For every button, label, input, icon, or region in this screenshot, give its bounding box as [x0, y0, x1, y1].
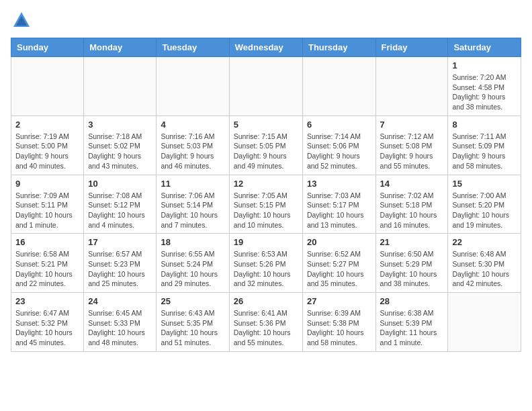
day-info: Sunrise: 7:11 AM Sunset: 5:09 PM Dayligh… [452, 132, 517, 171]
day-info: Sunrise: 7:12 AM Sunset: 5:08 PM Dayligh… [380, 132, 444, 171]
day-cell: 27Sunrise: 6:39 AM Sunset: 5:38 PM Dayli… [302, 293, 375, 352]
day-cell: 28Sunrise: 6:38 AM Sunset: 5:39 PM Dayli… [375, 293, 448, 352]
day-cell: 2Sunrise: 7:19 AM Sunset: 5:00 PM Daylig… [11, 116, 84, 175]
day-number: 28 [380, 296, 444, 306]
day-cell: 4Sunrise: 7:16 AM Sunset: 5:03 PM Daylig… [157, 116, 229, 175]
day-info: Sunrise: 6:45 AM Sunset: 5:33 PM Dayligh… [88, 308, 152, 348]
day-cell: 13Sunrise: 7:03 AM Sunset: 5:17 PM Dayli… [302, 175, 375, 234]
day-cell: 24Sunrise: 6:45 AM Sunset: 5:33 PM Dayli… [84, 293, 157, 352]
day-cell: 1Sunrise: 7:20 AM Sunset: 4:58 PM Daylig… [448, 57, 521, 116]
day-number: 16 [15, 237, 79, 247]
logo-icon [12, 11, 31, 30]
day-info: Sunrise: 6:38 AM Sunset: 5:39 PM Dayligh… [380, 308, 444, 348]
day-info: Sunrise: 7:19 AM Sunset: 5:00 PM Dayligh… [15, 132, 79, 171]
day-cell: 9Sunrise: 7:09 AM Sunset: 5:11 PM Daylig… [11, 175, 84, 234]
day-number: 24 [88, 296, 152, 306]
day-cell [11, 57, 84, 116]
day-number: 15 [452, 179, 517, 189]
day-cell: 14Sunrise: 7:02 AM Sunset: 5:18 PM Dayli… [375, 175, 448, 234]
day-cell: 8Sunrise: 7:11 AM Sunset: 5:09 PM Daylig… [448, 116, 521, 175]
day-info: Sunrise: 6:50 AM Sunset: 5:29 PM Dayligh… [380, 249, 444, 289]
day-number: 26 [234, 296, 298, 306]
week-row-5: 23Sunrise: 6:47 AM Sunset: 5:32 PM Dayli… [11, 293, 521, 352]
day-info: Sunrise: 7:15 AM Sunset: 5:05 PM Dayligh… [234, 132, 298, 171]
day-cell: 15Sunrise: 7:00 AM Sunset: 5:20 PM Dayli… [448, 175, 521, 234]
day-number: 23 [15, 296, 79, 306]
day-info: Sunrise: 6:39 AM Sunset: 5:38 PM Dayligh… [307, 308, 371, 348]
day-cell [229, 57, 302, 116]
day-info: Sunrise: 6:52 AM Sunset: 5:27 PM Dayligh… [307, 249, 371, 289]
day-number: 1 [452, 60, 517, 71]
day-info: Sunrise: 7:08 AM Sunset: 5:12 PM Dayligh… [88, 191, 152, 230]
week-row-2: 2Sunrise: 7:19 AM Sunset: 5:00 PM Daylig… [11, 116, 521, 175]
day-info: Sunrise: 7:00 AM Sunset: 5:20 PM Dayligh… [452, 191, 517, 230]
weekday-saturday: Saturday [448, 38, 521, 57]
day-cell: 19Sunrise: 6:53 AM Sunset: 5:26 PM Dayli… [229, 234, 302, 293]
day-number: 7 [380, 120, 444, 130]
day-info: Sunrise: 7:14 AM Sunset: 5:06 PM Dayligh… [307, 132, 371, 171]
day-cell: 12Sunrise: 7:05 AM Sunset: 5:15 PM Dayli… [229, 175, 302, 234]
day-number: 14 [380, 179, 444, 189]
day-cell: 22Sunrise: 6:48 AM Sunset: 5:30 PM Dayli… [448, 234, 521, 293]
day-cell: 18Sunrise: 6:55 AM Sunset: 5:24 PM Dayli… [157, 234, 229, 293]
day-info: Sunrise: 6:53 AM Sunset: 5:26 PM Dayligh… [234, 249, 298, 289]
day-cell: 5Sunrise: 7:15 AM Sunset: 5:05 PM Daylig… [229, 116, 302, 175]
weekday-header-row: SundayMondayTuesdayWednesdayThursdayFrid… [11, 38, 521, 57]
calendar-table: SundayMondayTuesdayWednesdayThursdayFrid… [11, 38, 521, 352]
day-cell: 10Sunrise: 7:08 AM Sunset: 5:12 PM Dayli… [84, 175, 157, 234]
day-number: 8 [452, 120, 517, 130]
day-cell: 11Sunrise: 7:06 AM Sunset: 5:14 PM Dayli… [157, 175, 229, 234]
day-cell: 20Sunrise: 6:52 AM Sunset: 5:27 PM Dayli… [302, 234, 375, 293]
day-cell: 7Sunrise: 7:12 AM Sunset: 5:08 PM Daylig… [375, 116, 448, 175]
day-cell: 26Sunrise: 6:41 AM Sunset: 5:36 PM Dayli… [229, 293, 302, 352]
day-number: 22 [452, 237, 517, 247]
day-number: 6 [307, 120, 371, 130]
weekday-monday: Monday [84, 38, 157, 57]
calendar-body: 1Sunrise: 7:20 AM Sunset: 4:58 PM Daylig… [11, 57, 521, 352]
day-number: 10 [88, 179, 152, 189]
day-info: Sunrise: 7:09 AM Sunset: 5:11 PM Dayligh… [15, 191, 79, 230]
day-cell [375, 57, 448, 116]
day-number: 3 [88, 120, 152, 130]
weekday-tuesday: Tuesday [157, 38, 229, 57]
weekday-sunday: Sunday [11, 38, 84, 57]
day-number: 25 [161, 296, 224, 306]
day-cell [84, 57, 157, 116]
day-info: Sunrise: 6:55 AM Sunset: 5:24 PM Dayligh… [161, 249, 224, 289]
day-number: 21 [380, 237, 444, 247]
day-number: 5 [234, 120, 298, 130]
day-number: 27 [307, 296, 371, 306]
day-number: 9 [15, 179, 79, 189]
day-info: Sunrise: 7:20 AM Sunset: 4:58 PM Dayligh… [452, 73, 517, 112]
day-cell: 3Sunrise: 7:18 AM Sunset: 5:02 PM Daylig… [84, 116, 157, 175]
logo [11, 11, 31, 30]
day-cell [302, 57, 375, 116]
day-info: Sunrise: 6:43 AM Sunset: 5:35 PM Dayligh… [161, 308, 224, 348]
day-cell: 17Sunrise: 6:57 AM Sunset: 5:23 PM Dayli… [84, 234, 157, 293]
day-number: 20 [307, 237, 371, 247]
day-cell: 23Sunrise: 6:47 AM Sunset: 5:32 PM Dayli… [11, 293, 84, 352]
day-info: Sunrise: 6:57 AM Sunset: 5:23 PM Dayligh… [88, 249, 152, 289]
weekday-friday: Friday [375, 38, 448, 57]
day-number: 12 [234, 179, 298, 189]
day-number: 19 [234, 237, 298, 247]
day-cell [448, 293, 521, 352]
week-row-3: 9Sunrise: 7:09 AM Sunset: 5:11 PM Daylig… [11, 175, 521, 234]
day-info: Sunrise: 7:02 AM Sunset: 5:18 PM Dayligh… [380, 191, 444, 230]
day-number: 17 [88, 237, 152, 247]
day-cell [157, 57, 229, 116]
day-cell: 16Sunrise: 6:58 AM Sunset: 5:21 PM Dayli… [11, 234, 84, 293]
day-number: 11 [161, 179, 224, 189]
day-number: 2 [15, 120, 79, 130]
weekday-thursday: Thursday [302, 38, 375, 57]
week-row-1: 1Sunrise: 7:20 AM Sunset: 4:58 PM Daylig… [11, 57, 521, 116]
page-header [11, 11, 521, 30]
day-info: Sunrise: 6:41 AM Sunset: 5:36 PM Dayligh… [234, 308, 298, 348]
day-info: Sunrise: 6:58 AM Sunset: 5:21 PM Dayligh… [15, 249, 79, 289]
week-row-4: 16Sunrise: 6:58 AM Sunset: 5:21 PM Dayli… [11, 234, 521, 293]
day-info: Sunrise: 7:05 AM Sunset: 5:15 PM Dayligh… [234, 191, 298, 230]
day-info: Sunrise: 6:48 AM Sunset: 5:30 PM Dayligh… [452, 249, 517, 289]
weekday-wednesday: Wednesday [229, 38, 302, 57]
day-info: Sunrise: 7:03 AM Sunset: 5:17 PM Dayligh… [307, 191, 371, 230]
day-number: 13 [307, 179, 371, 189]
